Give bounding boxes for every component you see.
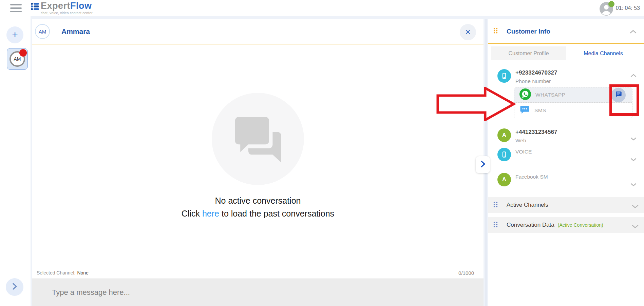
message-input[interactable] xyxy=(52,288,458,297)
chevron-right-icon xyxy=(480,160,486,169)
customer-info-header: Customer Info xyxy=(488,19,644,44)
character-counter: 0/1000 xyxy=(458,270,474,276)
plus-icon: + xyxy=(12,29,18,41)
channel-option-whatsapp[interactable]: WHATSAPP xyxy=(514,87,632,103)
web-number-value: +441231234567 xyxy=(515,129,557,136)
avatar-letter-icon: A xyxy=(497,128,511,142)
empty-state-hint: Click here to load the past conversation… xyxy=(182,209,334,219)
unread-badge xyxy=(19,49,27,57)
conversation-avatar: AM xyxy=(10,51,25,67)
web-type: Web xyxy=(515,138,557,144)
section-title: Active Channels xyxy=(507,202,548,208)
presence-status-dot xyxy=(608,1,614,7)
selected-channel-value: None xyxy=(77,270,88,276)
whatsapp-icon xyxy=(519,88,531,101)
close-conversation-button[interactable]: ✕ xyxy=(460,24,476,40)
facebook-label: Facebook SM xyxy=(515,173,548,180)
chevron-down-icon[interactable] xyxy=(630,157,637,163)
conversation-rail: + AM xyxy=(0,16,31,306)
chat-contact-name: Ammara xyxy=(61,27,90,36)
forum-chat-icon xyxy=(229,110,286,168)
expertflow-logo-icon xyxy=(31,1,39,13)
hamburger-menu-icon[interactable] xyxy=(10,4,22,12)
chevron-up-icon[interactable] xyxy=(630,73,637,79)
brand-name: ExpertFlow xyxy=(41,1,93,11)
conversation-rail-item[interactable]: AM xyxy=(7,48,28,70)
close-icon: ✕ xyxy=(465,28,471,36)
phone-channel-options: WHATSAPP xyxy=(514,87,632,118)
app-window: ExpertFlow chat, voice, video contact ce… xyxy=(0,0,644,306)
channel-group-voice[interactable]: VOICE xyxy=(497,148,639,163)
rail-expand-button[interactable] xyxy=(6,278,23,296)
section-conversation-data[interactable]: Conversation Data (Active Conversation) xyxy=(488,217,644,233)
start-chat-button[interactable] xyxy=(611,88,626,102)
customer-info-title: Customer Info xyxy=(507,28,550,35)
user-avatar-icon xyxy=(600,11,613,17)
empty-conversation-state: No active conversation Click here to loa… xyxy=(32,93,484,219)
chat-message-icon xyxy=(614,90,623,100)
tab-media-channels[interactable]: Media Channels xyxy=(566,46,641,60)
avatar-letter-icon: A xyxy=(497,173,511,186)
customer-info-panel: Customer Info Customer Profile Media Cha… xyxy=(488,19,644,306)
brand-tagline: chat, voice, video contact center xyxy=(41,11,93,15)
selected-channel-label: Selected Channel: xyxy=(37,270,75,276)
tab-customer-profile[interactable]: Customer Profile xyxy=(491,46,566,60)
channel-option-label: WHATSAPP xyxy=(535,92,565,98)
voice-label: VOICE xyxy=(515,148,532,155)
channel-option-label: SMS xyxy=(534,107,546,114)
chevron-down-icon[interactable] xyxy=(632,204,639,210)
chevron-down-icon[interactable] xyxy=(630,182,637,188)
empty-state-circle xyxy=(212,93,304,185)
channel-group-facebook[interactable]: A Facebook SM xyxy=(497,173,639,188)
agent-avatar[interactable] xyxy=(600,2,613,16)
active-conversation-badge: (Active Conversation) xyxy=(558,222,603,228)
media-channels-list: +923324670327 Phone Number xyxy=(488,69,644,188)
panel-expand-button[interactable] xyxy=(476,156,490,173)
chevron-right-icon xyxy=(12,282,17,292)
session-timer: 01: 04: 53 xyxy=(616,5,640,11)
customer-info-tabs: Customer Profile Media Channels xyxy=(491,46,641,60)
phone-number-value: +923324670327 xyxy=(515,69,557,76)
drag-handle-icon[interactable] xyxy=(493,27,498,35)
chat-meta-row: Selected Channel: None 0/1000 xyxy=(32,267,484,279)
channel-group-web[interactable]: A +441231234567 Web xyxy=(497,128,639,144)
chat-panel: AM Ammara ✕ No active conversation Click… xyxy=(32,19,484,306)
drag-handle-icon[interactable] xyxy=(493,221,498,229)
brand-logo: ExpertFlow chat, voice, video contact ce… xyxy=(31,1,93,15)
section-title: Conversation Data xyxy=(507,222,554,228)
chat-header: AM Ammara ✕ xyxy=(32,19,484,44)
chevron-down-icon[interactable] xyxy=(630,136,637,142)
message-input-bar xyxy=(32,279,484,306)
phone-icon xyxy=(497,148,511,161)
phone-icon xyxy=(497,69,511,83)
new-conversation-button[interactable]: + xyxy=(6,26,23,43)
chevron-down-icon[interactable] xyxy=(632,224,639,230)
empty-state-title: No active conversation xyxy=(215,196,301,206)
load-past-conversations-link[interactable]: here xyxy=(202,209,219,218)
channel-group-phone[interactable]: +923324670327 Phone Number xyxy=(497,69,639,84)
drag-handle-icon[interactable] xyxy=(493,201,498,209)
sms-icon xyxy=(519,104,530,116)
phone-number-type: Phone Number xyxy=(515,78,557,84)
chat-contact-avatar: AM xyxy=(35,24,50,39)
topbar: ExpertFlow chat, voice, video contact ce… xyxy=(0,0,644,16)
chevron-up-icon[interactable] xyxy=(630,29,637,35)
section-active-channels[interactable]: Active Channels xyxy=(488,197,644,213)
channel-option-sms[interactable]: SMS xyxy=(514,103,632,118)
